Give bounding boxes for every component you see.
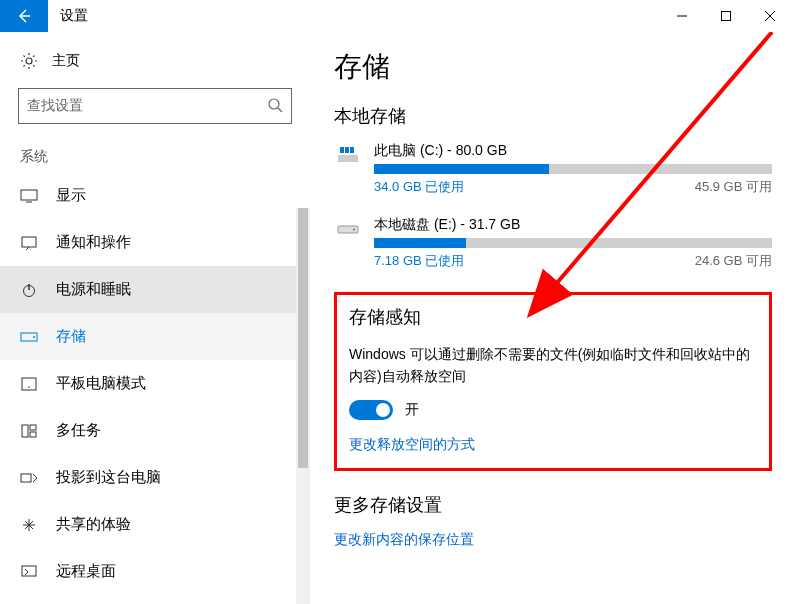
sidebar-item-tablet[interactable]: 平板电脑模式: [0, 360, 310, 407]
storage-sense-highlight: 存储感知 Windows 可以通过删除不需要的文件(例如临时文件和回收站中的内容…: [334, 292, 772, 471]
svg-point-9: [28, 386, 30, 388]
titlebar: 设置: [0, 0, 792, 32]
sidebar-item-label: 投影到这台电脑: [56, 468, 161, 487]
drive-e-icon: [334, 218, 362, 240]
sidebar-item-label: 存储: [56, 327, 86, 346]
svg-rect-10: [22, 425, 28, 437]
svg-rect-15: [338, 155, 358, 162]
window-title: 设置: [48, 7, 88, 25]
sidebar-item-label: 多任务: [56, 421, 101, 440]
sidebar-item-remote[interactable]: 远程桌面: [0, 548, 310, 595]
drive-name: 此电脑 (C:) - 80.0 GB: [374, 142, 772, 160]
toggle-label: 开: [405, 401, 419, 419]
svg-rect-4: [22, 237, 36, 247]
svg-rect-3: [21, 190, 37, 200]
search-icon: [267, 97, 283, 116]
sidebar: 主页 查找设置 系统 显示 通知和操作 电源和睡眠 存储 平板电脑模式: [0, 32, 310, 604]
change-free-space-link[interactable]: 更改释放空间的方式: [349, 436, 757, 454]
sidebar-item-display[interactable]: 显示: [0, 172, 310, 219]
storage-sense-heading: 存储感知: [349, 305, 757, 329]
close-icon: [764, 10, 776, 22]
close-button[interactable]: [748, 0, 792, 32]
maximize-button[interactable]: [704, 0, 748, 32]
drive-e[interactable]: 本地磁盘 (E:) - 31.7 GB 7.18 GB 已使用 24.6 GB …: [334, 216, 772, 284]
sidebar-item-shared[interactable]: 共享的体验: [0, 501, 310, 548]
sidebar-item-label: 共享的体验: [56, 515, 131, 534]
sidebar-item-storage[interactable]: 存储: [0, 313, 310, 360]
tablet-icon: [20, 377, 38, 391]
svg-rect-17: [345, 147, 349, 153]
svg-point-7: [33, 336, 35, 338]
search-input[interactable]: 查找设置: [18, 88, 292, 124]
drive-free: 45.9 GB 可用: [695, 178, 772, 196]
svg-point-2: [269, 99, 279, 109]
svg-rect-14: [22, 566, 36, 576]
notifications-icon: [20, 235, 38, 251]
sidebar-item-label: 电源和睡眠: [56, 280, 131, 299]
svg-rect-0: [722, 12, 731, 21]
sidebar-item-power[interactable]: 电源和睡眠: [0, 266, 310, 313]
sidebar-scrollbar[interactable]: [296, 208, 310, 604]
more-storage-heading: 更多存储设置: [334, 493, 772, 517]
local-storage-heading: 本地存储: [334, 104, 772, 128]
back-button[interactable]: [0, 0, 48, 32]
sidebar-item-label: 通知和操作: [56, 233, 131, 252]
home-label: 主页: [52, 52, 80, 70]
scrollbar-thumb[interactable]: [298, 208, 308, 468]
back-arrow-icon: [15, 7, 33, 25]
drive-e-progress: [374, 238, 772, 248]
storage-sense-desc: Windows 可以通过删除不需要的文件(例如临时文件和回收站中的内容)自动释放…: [349, 343, 757, 388]
multitask-icon: [20, 424, 38, 438]
sidebar-item-notifications[interactable]: 通知和操作: [0, 219, 310, 266]
svg-rect-12: [30, 432, 36, 437]
gear-icon: [20, 52, 38, 70]
power-icon: [20, 282, 38, 298]
svg-rect-13: [21, 474, 31, 482]
remote-icon: [20, 565, 38, 579]
window-controls: [660, 0, 792, 32]
storage-sense-toggle[interactable]: [349, 400, 393, 420]
svg-rect-8: [22, 378, 36, 390]
svg-rect-11: [30, 425, 36, 430]
drive-c-icon: [334, 144, 362, 166]
page-title: 存储: [334, 48, 772, 86]
projecting-icon: [20, 471, 38, 485]
svg-rect-16: [340, 147, 344, 153]
sidebar-item-label: 显示: [56, 186, 86, 205]
drive-used: 34.0 GB 已使用: [374, 178, 464, 196]
search-placeholder: 查找设置: [27, 97, 267, 115]
drive-free: 24.6 GB 可用: [695, 252, 772, 270]
maximize-icon: [720, 10, 732, 22]
sidebar-item-projecting[interactable]: 投影到这台电脑: [0, 454, 310, 501]
drive-c[interactable]: 此电脑 (C:) - 80.0 GB 34.0 GB 已使用 45.9 GB 可…: [334, 142, 772, 210]
drive-c-progress: [374, 164, 772, 174]
svg-point-1: [26, 58, 32, 64]
svg-rect-18: [350, 147, 354, 153]
monitor-icon: [20, 189, 38, 203]
shared-icon: [20, 517, 38, 533]
sidebar-item-label: 远程桌面: [56, 562, 116, 581]
change-save-location-link[interactable]: 更改新内容的保存位置: [334, 531, 772, 549]
sidebar-item-label: 平板电脑模式: [56, 374, 146, 393]
drive-used: 7.18 GB 已使用: [374, 252, 464, 270]
home-link[interactable]: 主页: [0, 44, 310, 84]
storage-icon: [20, 331, 38, 343]
minimize-button[interactable]: [660, 0, 704, 32]
svg-point-20: [353, 229, 355, 231]
content-pane: 存储 本地存储 此电脑 (C:) - 80.0 GB 34.0 GB 已使用 4…: [310, 32, 792, 604]
section-label: 系统: [0, 142, 310, 172]
drive-name: 本地磁盘 (E:) - 31.7 GB: [374, 216, 772, 234]
minimize-icon: [676, 10, 688, 22]
sidebar-item-multitask[interactable]: 多任务: [0, 407, 310, 454]
